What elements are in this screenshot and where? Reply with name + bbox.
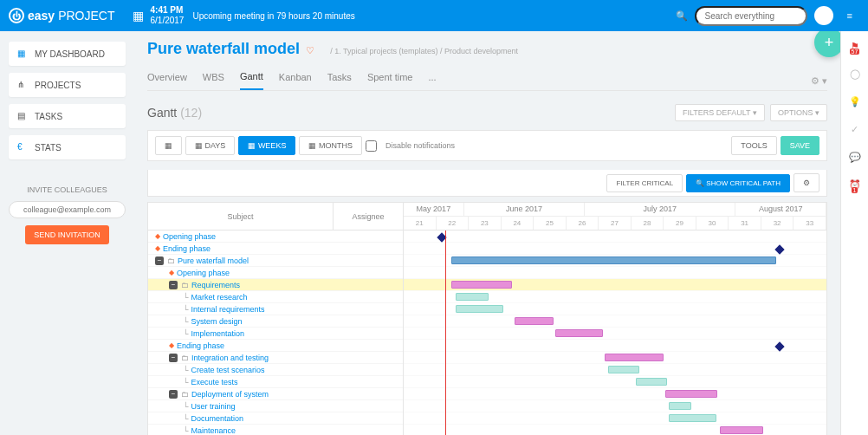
milestone-marker[interactable] (774, 341, 784, 351)
gantt-row[interactable]: └Documentation (148, 412, 403, 425)
week-header: 25 (534, 217, 567, 230)
gantt-row[interactable]: −🗀Deployment of system (148, 388, 403, 400)
week-header: 22 (437, 217, 470, 230)
tab-gantt[interactable]: Gantt (240, 71, 263, 90)
gantt-row[interactable]: −🗀Pure waterfall model (148, 255, 403, 267)
gantt-row[interactable]: ◆Ending phase (148, 243, 403, 255)
gantt-bar[interactable] (456, 293, 489, 301)
send-invitation-button[interactable]: SEND INVITATION (25, 225, 109, 244)
gantt-row[interactable]: └Maintenance (148, 425, 403, 435)
gantt-bar-row (404, 352, 826, 364)
tab-wbs[interactable]: WBS (203, 72, 224, 89)
today-line (445, 230, 446, 435)
gantt-chart: Subject Assignee ◆Opening phase◆Ending p… (147, 202, 827, 435)
gantt-row[interactable]: └System design (148, 315, 403, 328)
collapse-icon[interactable]: − (169, 390, 178, 399)
tab-spent[interactable]: Spent time (367, 72, 413, 89)
nav-dashboard[interactable]: ▦MY DASHBOARD (9, 42, 126, 66)
gantt-bar[interactable] (451, 281, 512, 289)
month-header: June 2017 (464, 203, 585, 216)
settings-icon[interactable]: ⚙ (794, 173, 819, 192)
filters-default-button[interactable]: FILTERS DEFAULT ▾ (675, 104, 765, 121)
row-label: Ending phase (163, 244, 211, 253)
gantt-row[interactable]: └Create test scenarios (148, 364, 403, 376)
add-button[interactable]: + (814, 31, 840, 57)
gantt-row[interactable]: ◆Ending phase (148, 340, 403, 352)
topbar: ⏻ easyPROJECT ▦ 4:41 PM 6/1/2017 Upcomin… (0, 0, 868, 31)
nav-projects[interactable]: ⋔PROJECTS (9, 73, 126, 97)
search-input[interactable] (695, 6, 807, 26)
gantt-bar-row (404, 303, 826, 315)
invite-block: INVITE COLLEAGUES SEND INVITATION (9, 185, 126, 244)
collapse-icon[interactable]: − (169, 281, 178, 289)
tab-overview[interactable]: Overview (147, 72, 187, 89)
flag-icon[interactable]: ⚑57 (849, 40, 861, 52)
nav-tasks[interactable]: ▤TASKS (9, 104, 126, 128)
gear-icon[interactable]: ⚙ ▾ (811, 75, 827, 87)
check-icon[interactable]: ✓ (849, 123, 861, 135)
gantt-row[interactable]: └Internal requirements (148, 303, 403, 315)
nav-stats[interactable]: €STATS (9, 135, 126, 159)
collapse-icon[interactable]: − (169, 354, 178, 362)
show-critical-path-button[interactable]: 🔍 SHOW CRITICAL PATH (686, 174, 790, 192)
options-button[interactable]: OPTIONS ▾ (770, 104, 827, 121)
row-label: Maintenance (191, 426, 236, 435)
menu-icon[interactable]: ≡ (847, 10, 852, 21)
gantt-bar[interactable] (720, 426, 763, 434)
gantt-row[interactable]: └Market research (148, 291, 403, 303)
folder-icon: 🗀 (167, 256, 175, 265)
user-icon[interactable]: ◯ (849, 68, 861, 80)
days-button[interactable]: ▦ DAYS (185, 136, 235, 155)
row-label: Pure waterfall model (178, 256, 249, 265)
search-icon[interactable]: 🔍 (676, 10, 688, 22)
logo[interactable]: ⏻ easyPROJECT (9, 8, 115, 23)
gantt-bar[interactable] (669, 402, 691, 410)
row-label: Opening phase (177, 269, 230, 277)
tab-tasks[interactable]: Tasks (327, 72, 352, 89)
row-label: Opening phase (163, 232, 216, 241)
save-button[interactable]: SAVE (781, 136, 819, 155)
gantt-bar[interactable] (636, 378, 667, 386)
collapse-icon[interactable]: − (155, 256, 164, 265)
gantt-bar[interactable] (451, 256, 776, 264)
invite-email-input[interactable] (9, 201, 126, 218)
gantt-row[interactable]: −🗀Requirements (148, 279, 403, 291)
weeks-button[interactable]: ▦ WEEKS (238, 136, 295, 155)
task-icon: └ (183, 414, 188, 423)
milestone-marker[interactable] (774, 244, 784, 254)
zoom-out-button[interactable]: ▦ (155, 136, 182, 155)
tools-button[interactable]: TOOLS (731, 136, 776, 155)
disable-notifications-checkbox[interactable] (366, 140, 377, 152)
page-title[interactable]: Pure waterfall model (147, 40, 300, 58)
gantt-bar[interactable] (456, 305, 503, 313)
favorite-icon[interactable]: ♡ (306, 45, 314, 55)
gantt-bar[interactable] (555, 329, 603, 337)
tab-kanban[interactable]: Kanban (279, 72, 312, 89)
bulb-icon[interactable]: 💡 (849, 95, 861, 107)
months-button[interactable]: ▦ MONTHS (299, 136, 362, 155)
logo-icon: ⏻ (9, 8, 24, 23)
gantt-row[interactable]: ◆Opening phase (148, 267, 403, 279)
filter-critical-button[interactable]: FILTER CRITICAL (606, 174, 683, 192)
avatar[interactable] (814, 6, 833, 25)
row-label: Execute tests (191, 378, 237, 386)
breadcrumb[interactable]: / 1. Typical projects (templates) / Prod… (330, 47, 518, 55)
week-header: 31 (729, 217, 761, 230)
gantt-bar[interactable] (605, 354, 664, 361)
gantt-row[interactable]: └Execute tests (148, 376, 403, 388)
gantt-bar[interactable] (669, 414, 716, 422)
calendar-icon[interactable]: ▦ (133, 9, 144, 23)
dashboard-icon: ▦ (17, 49, 28, 59)
row-label: Integration and testing (191, 354, 269, 362)
tab-more[interactable]: ... (428, 72, 436, 89)
gantt-bar[interactable] (608, 366, 639, 373)
gantt-bar[interactable] (515, 317, 554, 325)
gantt-bar[interactable] (665, 390, 717, 398)
chat-icon[interactable]: 💬 (849, 151, 861, 163)
gantt-row[interactable]: └Implementation (148, 328, 403, 340)
row-label: System design (191, 317, 242, 326)
gantt-row[interactable]: −🗀Integration and testing (148, 352, 403, 364)
gantt-row[interactable]: └User training (148, 400, 403, 412)
gantt-row[interactable]: ◆Opening phase (148, 230, 403, 243)
clock-icon[interactable]: ⏰1 (849, 179, 861, 191)
